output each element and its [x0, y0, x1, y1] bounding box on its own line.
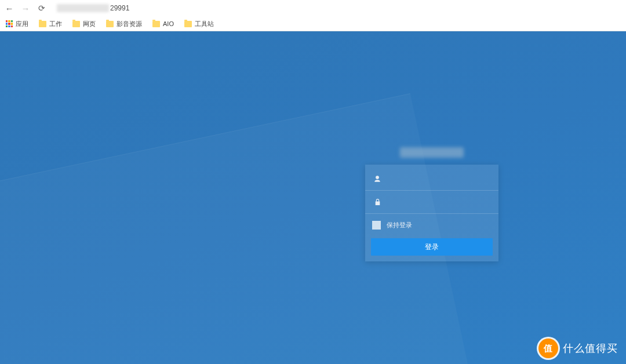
bookmark-folder-media[interactable]: 影音资源 — [106, 20, 142, 28]
bookmark-label: AIO — [163, 20, 174, 27]
folder-icon — [106, 21, 114, 27]
login-panel: 保持登录 登录 — [365, 165, 498, 261]
login-title-redacted — [400, 147, 464, 158]
bookmark-folder-webpage[interactable]: 网页 — [72, 20, 96, 28]
address-bar: ← → ⟳ 29991 — [0, 0, 626, 16]
remember-checkbox[interactable] — [372, 221, 381, 230]
folder-icon — [39, 21, 46, 27]
lock-icon — [372, 198, 383, 206]
apps-shortcut[interactable]: 应用 — [6, 20, 28, 28]
bookmark-folder-tools[interactable]: 工具站 — [184, 20, 214, 28]
bookmark-label: 工具站 — [195, 20, 214, 28]
bookmark-label: 影音资源 — [117, 20, 142, 28]
url-port: 29991 — [110, 4, 129, 12]
bookmark-folder-aio[interactable]: AIO — [152, 20, 174, 27]
watermark-text: 什么值得买 — [563, 341, 618, 355]
login-button[interactable]: 登录 — [371, 238, 493, 256]
url-host-redacted — [57, 4, 109, 12]
remember-row: 保持登录 — [365, 214, 498, 236]
bookmark-label: 网页 — [83, 20, 96, 28]
bookmark-label: 工作 — [49, 20, 62, 28]
password-row — [365, 191, 498, 214]
username-input[interactable] — [383, 175, 492, 183]
watermark-badge: 值 — [538, 338, 558, 358]
apps-icon — [6, 20, 13, 27]
username-row — [365, 168, 498, 191]
back-button[interactable]: ← — [5, 3, 14, 13]
folder-icon — [184, 21, 192, 27]
bookmarks-bar: 应用 工作 网页 影音资源 AIO 工具站 — [0, 16, 626, 31]
bookmark-folder-work[interactable]: 工作 — [39, 20, 62, 28]
remember-label: 保持登录 — [387, 221, 412, 230]
browser-chrome: ← → ⟳ 29991 应用 工作 网页 影音资源 AIO — [0, 0, 626, 31]
folder-icon — [72, 21, 80, 27]
apps-label: 应用 — [16, 20, 28, 28]
forward-button[interactable]: → — [21, 3, 30, 13]
reload-button[interactable]: ⟳ — [37, 3, 46, 13]
user-icon — [372, 175, 383, 183]
watermark: 值 什么值得买 — [538, 338, 618, 358]
password-input[interactable] — [383, 198, 492, 206]
page-body: 保持登录 登录 值 什么值得买 — [0, 31, 626, 364]
url-input[interactable]: 29991 — [53, 4, 621, 12]
folder-icon — [152, 21, 160, 27]
